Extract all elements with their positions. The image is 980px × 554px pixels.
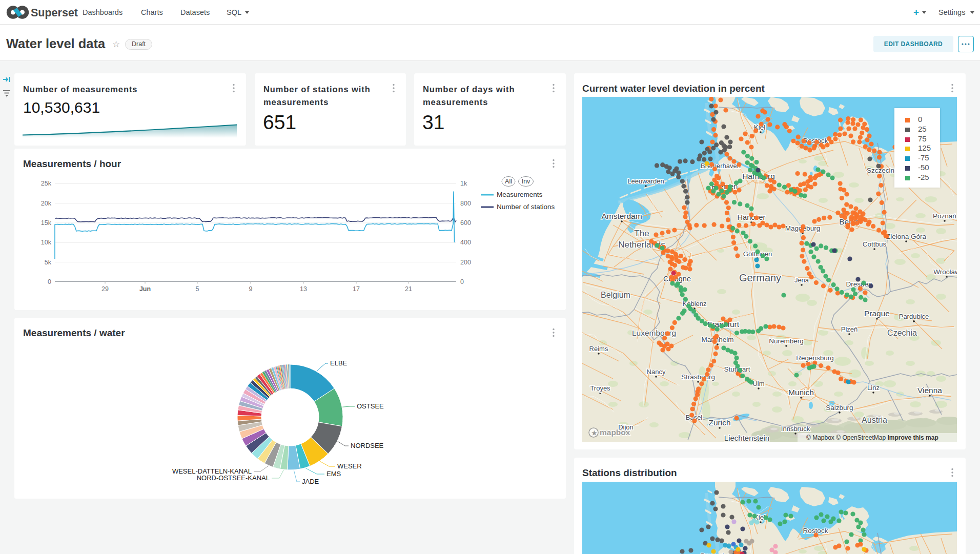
svg-text:Jena: Jena bbox=[794, 276, 809, 284]
svg-text:21: 21 bbox=[405, 285, 412, 293]
svg-text:13: 13 bbox=[300, 285, 307, 293]
svg-text:★: ★ bbox=[591, 429, 597, 437]
svg-text:Inv: Inv bbox=[522, 178, 530, 185]
svg-text:All: All bbox=[505, 178, 512, 185]
svg-text:Liechtenstein: Liechtenstein bbox=[724, 434, 769, 442]
svg-text:Reims: Reims bbox=[589, 345, 608, 353]
svg-text:Measurements: Measurements bbox=[497, 191, 543, 198]
svg-text:Superset: Superset bbox=[31, 7, 78, 19]
svg-text:Zurich: Zurich bbox=[708, 418, 730, 427]
svg-text:5: 5 bbox=[196, 285, 199, 293]
svg-text:200: 200 bbox=[460, 259, 471, 266]
svg-text:© Mapbox © OpenStreetMap Impro: © Mapbox © OpenStreetMap Improve this ma… bbox=[806, 434, 938, 441]
svg-text:EMS: EMS bbox=[326, 470, 341, 478]
svg-text:Linz: Linz bbox=[867, 384, 880, 392]
svg-text:Nancy: Nancy bbox=[647, 368, 666, 376]
svg-text:Czechia: Czechia bbox=[887, 329, 917, 337]
svg-text:Pardubice: Pardubice bbox=[899, 313, 929, 320]
svg-text:10k: 10k bbox=[41, 239, 52, 246]
svg-text:WESER: WESER bbox=[337, 462, 362, 470]
svg-text:NORDSEE: NORDSEE bbox=[351, 442, 384, 449]
svg-text:Poznań: Poznań bbox=[933, 212, 956, 220]
svg-text:JADE: JADE bbox=[302, 478, 319, 485]
svg-text:Troyes: Troyes bbox=[590, 384, 610, 392]
svg-text:ELBE: ELBE bbox=[330, 359, 348, 367]
svg-text:600: 600 bbox=[460, 219, 471, 227]
svg-text:29: 29 bbox=[101, 285, 109, 293]
svg-text:5k: 5k bbox=[45, 259, 52, 266]
svg-text:400: 400 bbox=[460, 239, 471, 246]
svg-text:Jun: Jun bbox=[139, 285, 151, 293]
svg-text:Germany: Germany bbox=[739, 272, 781, 283]
svg-text:9: 9 bbox=[249, 285, 253, 293]
svg-text:Ulm: Ulm bbox=[752, 380, 764, 387]
svg-text:Innsbruck: Innsbruck bbox=[781, 425, 810, 433]
svg-text:0: 0 bbox=[48, 278, 51, 285]
svg-text:Strasbourg: Strasbourg bbox=[681, 373, 715, 381]
svg-text:Belgium: Belgium bbox=[601, 291, 630, 299]
svg-text:17: 17 bbox=[353, 285, 360, 293]
svg-text:Salzburg: Salzburg bbox=[826, 404, 853, 412]
svg-text:NORD-OSTSEE-KANAL: NORD-OSTSEE-KANAL bbox=[197, 474, 270, 482]
svg-text:15k: 15k bbox=[41, 219, 52, 227]
svg-text:Prague: Prague bbox=[864, 309, 890, 318]
svg-text:Cottbus: Cottbus bbox=[863, 240, 887, 248]
svg-text:Vienna: Vienna bbox=[917, 386, 942, 395]
svg-text:OSTSEE: OSTSEE bbox=[357, 402, 384, 410]
svg-text:Number of stations: Number of stations bbox=[497, 203, 555, 211]
svg-text:Zielona Góra: Zielona Góra bbox=[886, 233, 927, 240]
svg-text:25k: 25k bbox=[41, 180, 52, 187]
svg-text:Wrocław: Wrocław bbox=[933, 268, 957, 276]
svg-text:WESEL-DATTELN-KANAL: WESEL-DATTELN-KANAL bbox=[172, 467, 252, 475]
svg-text:mapbox: mapbox bbox=[600, 428, 630, 437]
svg-text:Munich: Munich bbox=[788, 388, 814, 397]
svg-text:Nuremberg: Nuremberg bbox=[769, 337, 804, 345]
svg-text:The: The bbox=[634, 229, 649, 238]
svg-text:Plzeň: Plzeň bbox=[841, 325, 858, 333]
svg-text:1k: 1k bbox=[460, 180, 467, 187]
svg-text:800: 800 bbox=[460, 200, 471, 207]
svg-text:20k: 20k bbox=[41, 200, 52, 207]
svg-text:Leeuwarden: Leeuwarden bbox=[627, 177, 664, 185]
svg-text:Amsterdam: Amsterdam bbox=[601, 212, 642, 220]
svg-text:0: 0 bbox=[460, 278, 464, 285]
svg-text:Austria: Austria bbox=[862, 416, 887, 424]
